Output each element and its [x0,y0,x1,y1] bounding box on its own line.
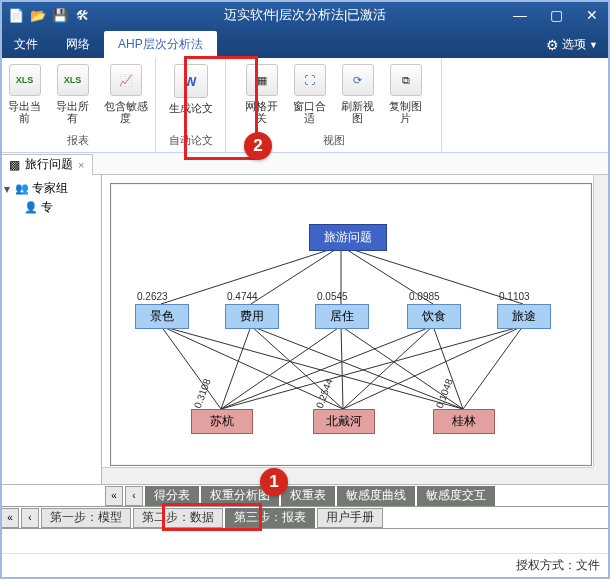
user-icon: 👤 [24,201,38,215]
scroll-corner [593,467,610,484]
chevron-down-icon: ▼ [589,40,598,50]
svg-line-19 [463,326,523,409]
node-value: 0.0985 [409,291,440,302]
xls-icon: XLS [9,64,41,96]
copy-icon: ⧉ [390,64,422,96]
menu-ahp[interactable]: AHP层次分析法 [104,31,217,58]
vertical-scrollbar[interactable] [593,175,610,467]
step-nav-prev[interactable]: ‹ [21,508,39,528]
graph-canvas[interactable]: 旅游问题 0.2623 景色 0.4744 费用 0.0545 居住 0.098… [110,183,592,466]
tree-child[interactable]: 👤 专 [2,198,99,217]
tab-weight-table[interactable]: 权重表 [281,486,335,506]
fit-window-button[interactable]: ⛶ 窗口合适 [287,62,333,131]
grid-icon: ▦ [246,64,278,96]
titlebar: 📄 📂 💾 🛠 迈实软件|层次分析法|已激活 — ▢ ✕ [0,0,610,30]
qa-tools-icon[interactable]: 🛠 [74,7,90,23]
svg-line-18 [343,326,523,409]
svg-line-17 [221,326,523,409]
auth-status: 授权方式：文件 [516,557,600,574]
refresh-icon: ⟳ [342,64,374,96]
node-value: 0.1048 [434,377,455,410]
document-tabs: ▩ 旅行问题 × [0,153,610,175]
group-icon: 👥 [15,182,29,196]
tab-score[interactable]: 得分表 [145,486,199,506]
step3-tab[interactable]: 第三步：报表 [225,508,315,528]
step1-tab[interactable]: 第一步：模型 [41,508,131,528]
tab-sens-inter[interactable]: 敏感度交互 [417,486,495,506]
tree-pane: ▾ 👥 专家组 👤 专 [0,175,102,484]
node-value: 0.0545 [317,291,348,302]
tab-nav-first[interactable]: « [105,486,123,506]
export-all-button[interactable]: XLS 导出所有 [50,62,96,131]
annotation-badge-2: 2 [244,132,272,160]
qa-save-icon[interactable]: 💾 [52,7,68,23]
svg-line-9 [251,326,343,409]
inner-tabstrip: « ‹ 得分表 权重分析图 权重表 敏感度曲线 敏感度交互 [0,485,610,507]
close-tab-icon[interactable]: × [78,159,84,171]
graph-canvas-pane: 旅游问题 0.2623 景色 0.4744 费用 0.0545 居住 0.098… [102,175,610,484]
maximize-button[interactable]: ▢ [538,0,574,30]
menu-file[interactable]: 文件 [0,31,52,58]
step-tabstrip: « ‹ 第一步：模型 第二步：数据 第三步：报表 用户手册 [0,507,610,529]
graph-node-bot[interactable]: 北戴河 [313,409,375,434]
xls-icon: XLS [57,64,89,96]
menubar: 文件 网络 AHP层次分析法 ⚙ 选项 ▼ [0,30,610,58]
cube-icon: ▩ [9,158,20,172]
graph-node-mid[interactable]: 景色 [135,304,189,329]
graph-node-bot[interactable]: 苏杭 [191,409,253,434]
menu-network[interactable]: 网络 [52,31,104,58]
horizontal-scrollbar[interactable] [102,467,593,484]
ribbon: XLS 导出当前 XLS 导出所有 📈 包含敏感度 报表 W 生成论文 自动论文 [0,58,610,153]
document-tab[interactable]: ▩ 旅行问题 × [0,154,93,175]
minimize-button[interactable]: — [502,0,538,30]
graph-node-mid[interactable]: 饮食 [407,304,461,329]
graph-node-mid[interactable]: 旅途 [497,304,551,329]
export-current-button[interactable]: XLS 导出当前 [2,62,48,131]
node-value: 0.1103 [499,291,530,302]
svg-line-5 [161,326,221,409]
annotation-badge-1: 1 [260,468,288,496]
tab-sens-curve[interactable]: 敏感度曲线 [337,486,415,506]
menu-options[interactable]: ⚙ 选项 ▼ [534,31,610,58]
close-button[interactable]: ✕ [574,0,610,30]
status-bar: 授权方式：文件 [0,553,610,577]
tree-root[interactable]: ▾ 👥 专家组 [2,179,99,198]
group-report-label: 报表 [0,131,155,152]
group-auto-label: 自动论文 [156,131,225,152]
node-value: 0.2544 [314,377,335,410]
collapse-icon[interactable]: ▾ [2,182,12,196]
manual-tab[interactable]: 用户手册 [317,508,383,528]
graph-node-mid[interactable]: 费用 [225,304,279,329]
graph-node-mid[interactable]: 居住 [315,304,369,329]
svg-line-15 [343,326,433,409]
step2-tab[interactable]: 第二步：数据 [133,508,223,528]
copy-image-button[interactable]: ⧉ 复制图片 [383,62,429,131]
word-icon: W [174,64,208,98]
fit-icon: ⛶ [294,64,326,96]
gear-icon: ⚙ [546,37,559,53]
node-value: 0.2623 [137,291,168,302]
qa-new-icon[interactable]: 📄 [8,7,24,23]
node-value: 0.4744 [227,291,258,302]
generate-paper-button[interactable]: W 生成论文 [162,62,220,131]
chart-icon: 📈 [110,64,142,96]
include-sensitivity-button[interactable]: 📈 包含敏感度 [98,62,154,131]
refresh-view-button[interactable]: ⟳ 刷新视图 [335,62,381,131]
qa-open-icon[interactable]: 📂 [30,7,46,23]
graph-node-top[interactable]: 旅游问题 [309,224,387,251]
svg-line-8 [221,326,251,409]
window-title: 迈实软件|层次分析法|已激活 [224,6,387,24]
svg-line-10 [251,326,463,409]
node-value: 0.3108 [192,377,213,410]
step-nav-first[interactable]: « [1,508,19,528]
grid-toggle-button[interactable]: ▦ 网格开关 [239,62,285,131]
svg-line-12 [341,326,343,409]
graph-node-bot[interactable]: 桂林 [433,409,495,434]
svg-line-6 [161,326,343,409]
tab-nav-prev[interactable]: ‹ [125,486,143,506]
